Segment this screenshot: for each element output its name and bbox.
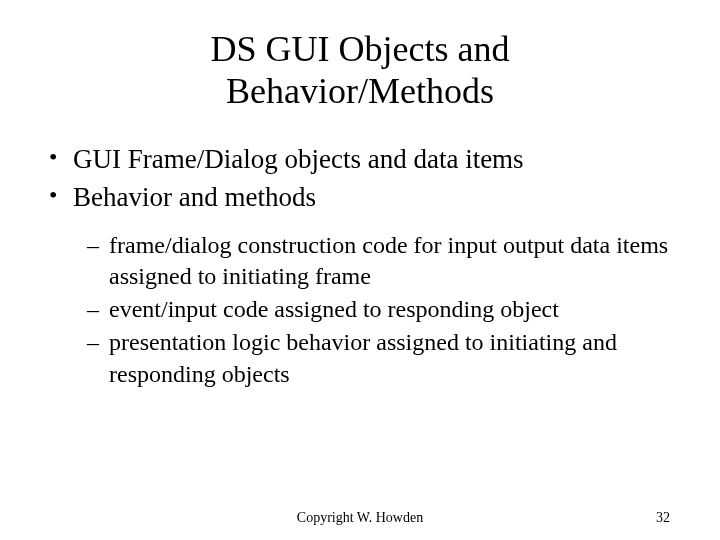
list-item: Behavior and methods frame/dialog constr… [45, 179, 675, 389]
page-number: 32 [656, 510, 670, 526]
sub-bullet-list: frame/dialog construction code for input… [87, 230, 675, 390]
list-item: frame/dialog construction code for input… [87, 230, 675, 292]
bullet-text: Behavior and methods [73, 182, 316, 212]
title-line-1: DS GUI Objects and [211, 29, 510, 69]
list-item: GUI Frame/Dialog objects and data items [45, 141, 675, 177]
list-item: presentation logic behavior assigned to … [87, 327, 675, 389]
sub-bullet-text: presentation logic behavior assigned to … [109, 329, 617, 386]
slide-title: DS GUI Objects and Behavior/Methods [45, 28, 675, 113]
sub-bullet-text: event/input code assigned to responding … [109, 296, 559, 322]
bullet-text: GUI Frame/Dialog objects and data items [73, 144, 524, 174]
copyright-text: Copyright W. Howden [297, 510, 423, 526]
sub-bullet-text: frame/dialog construction code for input… [109, 232, 668, 289]
main-bullet-list: GUI Frame/Dialog objects and data items … [45, 141, 675, 390]
list-item: event/input code assigned to responding … [87, 294, 675, 325]
title-line-2: Behavior/Methods [226, 71, 494, 111]
